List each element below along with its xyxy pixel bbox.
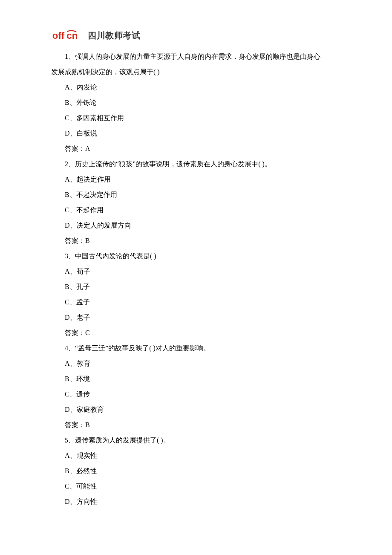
q1-option-d: D、白板说 bbox=[51, 126, 341, 141]
q2-option-c: C、不起作用 bbox=[51, 202, 341, 218]
q3-option-d: D、老子 bbox=[51, 310, 341, 325]
q5-option-c: C、可能性 bbox=[51, 479, 341, 494]
q5-option-d: D、方向性 bbox=[51, 494, 341, 509]
q1-option-a: A、内发论 bbox=[51, 80, 341, 95]
q5-option-b: B、必然性 bbox=[51, 463, 341, 479]
q3-option-b: B、孔子 bbox=[51, 279, 341, 295]
q4-stem: 4、“孟母三迁”的故事反映了( )对人的重要影响。 bbox=[51, 341, 341, 356]
q3-answer: 答案：C bbox=[51, 325, 341, 341]
q3-option-c: C、孟子 bbox=[51, 295, 341, 310]
logo-wrapper: off cn 四川教师考试 bbox=[51, 30, 341, 41]
q4-option-d: D、家庭教育 bbox=[51, 402, 341, 417]
logo-title: 四川教师考试 bbox=[88, 30, 140, 41]
q3-option-a: A、荀子 bbox=[51, 264, 341, 279]
q4-option-c: C、遗传 bbox=[51, 387, 341, 402]
q1-option-b: B、外铄论 bbox=[51, 95, 341, 110]
q2-option-b: B、不起决定作用 bbox=[51, 187, 341, 202]
q1-stem-line1: 1、强调人的身心发展的力量主要源于人自身的内在需求，身心发展的顺序也是由身心 bbox=[51, 49, 341, 64]
q5-option-a: A、现实性 bbox=[51, 448, 341, 463]
q4-option-a: A、教育 bbox=[51, 356, 341, 371]
q1-answer: 答案：A bbox=[51, 141, 341, 156]
q2-option-d: D、决定人的发展方向 bbox=[51, 218, 341, 233]
q2-stem: 2、历史上流传的“狼孩”的故事说明，遗传素质在人的身心发展中( )。 bbox=[51, 156, 341, 172]
offcn-logo-icon: off cn bbox=[51, 30, 85, 41]
q2-option-a: A、起决定作用 bbox=[51, 172, 341, 187]
q2-answer: 答案：B bbox=[51, 233, 341, 249]
q5-stem: 5、遗传素质为人的发展提供了( )。 bbox=[51, 433, 341, 448]
page-container: off cn 四川教师考试 1、强调人的身心发展的力量主要源于人自身的内在需求，… bbox=[0, 0, 392, 535]
svg-text:off: off bbox=[52, 30, 65, 41]
content-body: 1、强调人的身心发展的力量主要源于人自身的内在需求，身心发展的顺序也是由身心 发… bbox=[51, 49, 341, 509]
q3-stem: 3、中国古代内发论的代表是( ) bbox=[51, 249, 341, 264]
q1-stem-line2: 发展成熟机制决定的，该观点属于( ) bbox=[51, 64, 341, 80]
q1-option-c: C、多因素相互作用 bbox=[51, 110, 341, 126]
q4-option-b: B、环境 bbox=[51, 371, 341, 387]
q4-answer: 答案：B bbox=[51, 417, 341, 433]
